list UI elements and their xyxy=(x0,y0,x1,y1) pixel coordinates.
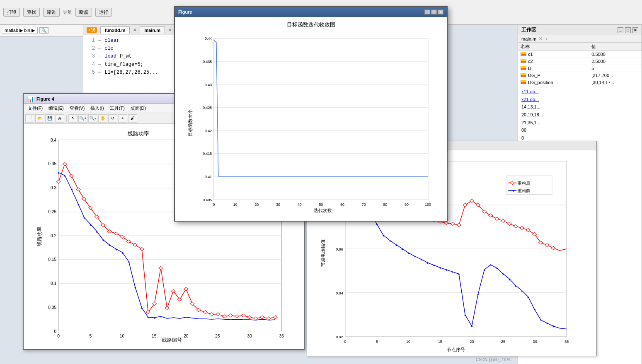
tab-funxdd[interactable]: funxdd.m xyxy=(100,27,130,34)
svg-text:10: 10 xyxy=(233,202,237,207)
var-row-D: D 5 xyxy=(518,65,642,72)
svg-text:0.4: 0.4 xyxy=(51,138,56,142)
conv-plot-area xyxy=(214,38,428,200)
breakpoint-button[interactable]: 断点 xyxy=(75,8,92,17)
workspace-tab-close[interactable]: ✕ xyxy=(539,36,543,41)
link-x11[interactable]: x11 do... xyxy=(521,88,638,96)
svg-text:35: 35 xyxy=(279,334,284,338)
fig-select-btn[interactable]: ↖ xyxy=(68,114,78,123)
link-14: 14,13,1... xyxy=(521,103,638,111)
menu-tools[interactable]: 工具(T) xyxy=(107,104,127,112)
fig-brush-btn[interactable]: 🖌 xyxy=(128,114,137,123)
svg-text:0.415: 0.415 xyxy=(203,152,212,156)
volt-x-label: 节点序号 xyxy=(447,347,465,352)
find-button[interactable]: 查找 xyxy=(23,8,40,17)
var-val-c1: 0.5000 xyxy=(589,51,642,58)
svg-text:✦: ✦ xyxy=(83,216,86,220)
convergence-dialog: Figure _ □ ✕ 目标函数迭代收敛图 目标函数大小 迭代次数 xyxy=(174,6,448,222)
svg-text:✦: ✦ xyxy=(502,272,505,276)
svg-text:0.05: 0.05 xyxy=(48,305,56,310)
svg-text:✦: ✦ xyxy=(63,174,66,178)
svg-text:20: 20 xyxy=(254,202,259,207)
close-tab2-icon[interactable]: ✕ xyxy=(168,28,172,32)
svg-text:✦: ✦ xyxy=(540,318,543,322)
menu-edit[interactable]: 编辑(E) xyxy=(46,104,66,112)
var-row-c1: c1 0.5000 xyxy=(518,51,642,58)
workspace-add-tab[interactable]: + xyxy=(545,36,548,41)
svg-text:10: 10 xyxy=(120,334,125,338)
menu-insert[interactable]: 插入(I) xyxy=(88,104,106,112)
code-pwt: P_wt xyxy=(120,53,132,60)
svg-text:0.42: 0.42 xyxy=(205,129,212,133)
fig-open-btn[interactable]: 📂 xyxy=(35,114,44,123)
var-name-c1: c1 xyxy=(528,52,533,57)
svg-text:✦: ✦ xyxy=(426,261,429,265)
link-20: 20,19,18... xyxy=(521,111,638,119)
fig-print-btn[interactable]: 🖨 xyxy=(55,114,64,123)
svg-text:✦: ✦ xyxy=(451,270,454,274)
keyword-load: load xyxy=(104,53,116,60)
svg-text:✦: ✦ xyxy=(108,243,111,247)
run-button[interactable]: 运行 xyxy=(95,8,112,17)
svg-text:✦: ✦ xyxy=(77,203,80,207)
close-tab-icon[interactable]: ✕ xyxy=(133,28,136,32)
fig-rotate-btn[interactable]: ↺ xyxy=(108,114,117,123)
svg-text:✦: ✦ xyxy=(477,293,480,297)
fig-new-btn[interactable]: 📄 xyxy=(25,114,34,123)
svg-text:15: 15 xyxy=(438,340,442,344)
svg-text:60: 60 xyxy=(340,202,344,207)
indent-button[interactable]: 缩进 xyxy=(43,8,60,17)
nav-label: 导航 xyxy=(63,9,72,15)
svg-text:30: 30 xyxy=(533,340,537,344)
svg-text:5: 5 xyxy=(90,334,92,338)
workspace-close[interactable]: ✕ xyxy=(632,27,638,33)
fig-datcursor-btn[interactable]: + xyxy=(118,114,127,123)
workspace-tab-bar: main.m ✕ + xyxy=(518,35,642,43)
matlab-icon: 📊 xyxy=(27,96,34,102)
svg-text:40: 40 xyxy=(298,202,302,207)
menu-view[interactable]: 查看(V) xyxy=(67,104,87,112)
workspace-minimize[interactable]: _ xyxy=(618,27,623,33)
svg-text:✦: ✦ xyxy=(96,230,99,234)
tab-main[interactable]: main.m xyxy=(140,27,165,34)
conv-minimize[interactable]: _ xyxy=(424,10,430,14)
print-button[interactable]: 打印 xyxy=(3,8,20,17)
svg-text:✦: ✦ xyxy=(433,264,436,268)
code-timeflage: time_flage=5; xyxy=(104,61,143,69)
svg-text:0.96: 0.96 xyxy=(336,247,343,251)
workspace-maximize[interactable]: □ xyxy=(625,27,631,33)
svg-text:✦: ✦ xyxy=(89,223,92,227)
svg-text:0.43: 0.43 xyxy=(205,83,212,87)
x-axis-label: 线路编号 xyxy=(162,337,182,343)
svg-text:✦: ✦ xyxy=(489,263,492,267)
svg-text:✦: ✦ xyxy=(382,234,385,238)
fig-zoom-out-btn[interactable]: 🔍- xyxy=(88,114,97,123)
var-name-DGP: DG_P xyxy=(528,73,540,78)
svg-text:✦: ✦ xyxy=(407,252,410,256)
var-row-DGP: DG_P [217.700... xyxy=(518,72,642,79)
link-x21[interactable]: x21 do... xyxy=(521,96,638,104)
workspace-main-tab[interactable]: main.m xyxy=(521,36,536,41)
svg-text:✦: ✦ xyxy=(514,284,517,288)
svg-text:✦: ✦ xyxy=(483,268,486,272)
svg-text:0.405: 0.405 xyxy=(203,198,212,202)
convergence-content: 目标函数迭代收敛图 目标函数大小 迭代次数 0.44 0.435 0.43 0.… xyxy=(175,17,447,221)
fig-pan-btn[interactable]: ✋ xyxy=(98,114,107,123)
menu-desktop[interactable]: 桌面(D) xyxy=(128,104,148,112)
nav-path[interactable]: matlab ▶ bin ▶ xyxy=(2,27,38,34)
conv-maximize[interactable]: □ xyxy=(431,10,437,14)
nav-search-button[interactable]: 🔍 xyxy=(39,27,48,34)
workspace-controls: _ □ ✕ xyxy=(618,27,638,33)
volt-legend-after: 重构后 xyxy=(518,181,530,186)
svg-text:15: 15 xyxy=(152,334,157,338)
conv-close[interactable]: ✕ xyxy=(438,10,443,14)
fig-zoom-in-btn[interactable]: 🔍+ xyxy=(78,114,87,123)
y-axis-label: 线路功率 xyxy=(36,227,42,246)
fig-save-btn[interactable]: 💾 xyxy=(45,114,54,123)
menu-file[interactable]: 文件(F) xyxy=(25,104,45,112)
svg-text:0: 0 xyxy=(57,334,60,338)
conv-y-label: 目标函数大小 xyxy=(188,109,193,137)
svg-text:✦: ✦ xyxy=(147,316,150,320)
convergence-dialog-title: Figure xyxy=(178,10,192,14)
svg-text:70: 70 xyxy=(362,202,366,207)
